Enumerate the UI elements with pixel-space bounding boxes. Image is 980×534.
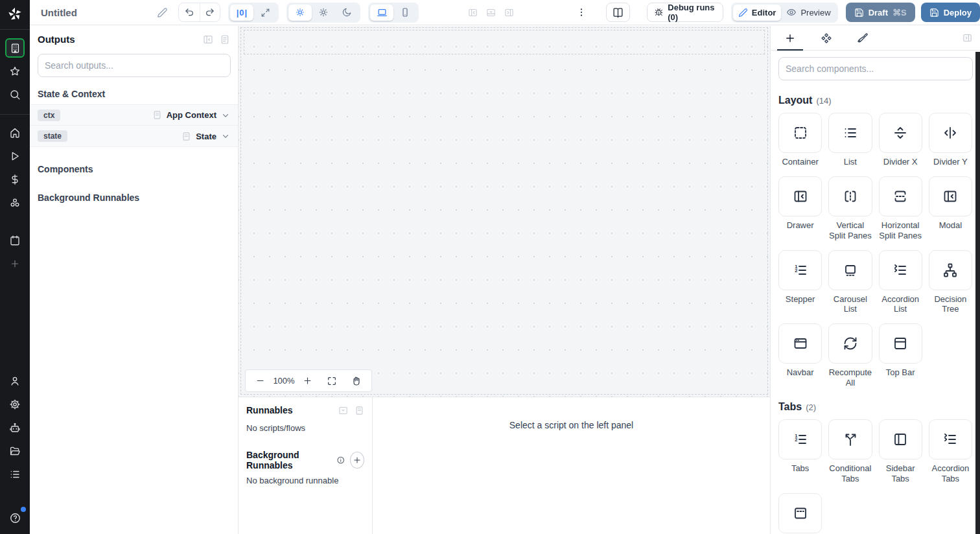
file-text-icon (152, 110, 162, 120)
sidebar-item-add[interactable] (5, 254, 25, 273)
outputs-doc-button[interactable] (220, 34, 230, 45)
component-card-modal[interactable]: Modal (929, 176, 972, 241)
top-bar-icon (892, 336, 908, 351)
sidebar-item-workers[interactable] (5, 418, 25, 437)
mobile-view-button[interactable] (393, 5, 417, 21)
search-components-input[interactable] (778, 57, 973, 80)
laptop-icon (377, 7, 388, 18)
debug-runs-button[interactable]: Debug runs (0) (647, 3, 723, 22)
component-card-list[interactable]: List (828, 113, 872, 167)
ctx-row[interactable]: ctx App Context (30, 104, 238, 126)
component-card-drawer[interactable]: Drawer (778, 176, 822, 241)
tabs-section-header: Tabs(2) (771, 397, 980, 417)
collapse-components-panel-button[interactable] (962, 26, 980, 50)
desktop-view-button[interactable] (370, 5, 393, 21)
sidebar-item-settings[interactable] (5, 395, 25, 414)
sidebar-item-search[interactable] (5, 85, 25, 104)
component-card-vertical-split-panes[interactable]: Vertical Split Panes (828, 176, 872, 241)
sidebar-item-runs[interactable] (5, 146, 25, 166)
sidebar-item-resources[interactable] (5, 193, 25, 213)
draft-button[interactable]: Draft ⌘S (846, 3, 915, 22)
app-canvas[interactable]: 100% (239, 26, 770, 397)
save-icon (929, 8, 939, 17)
file-text-icon (220, 34, 230, 45)
theme-light-button[interactable] (312, 5, 335, 21)
component-card-divider-x[interactable]: Divider X (879, 113, 922, 167)
sidebar-item-users[interactable] (5, 371, 25, 391)
navbar-icon (793, 336, 808, 351)
sidebar-item-schedules[interactable] (5, 231, 25, 250)
collapse-panel-button[interactable] (203, 34, 213, 45)
home-icon (9, 127, 21, 139)
collapse-runnables-button[interactable] (338, 406, 348, 415)
components-header: Components (30, 159, 238, 180)
redo-button[interactable] (200, 3, 220, 21)
rename-app-button[interactable] (154, 5, 170, 21)
device-group (368, 3, 419, 23)
docs-button[interactable] (606, 3, 630, 22)
chevron-down-icon[interactable] (221, 132, 230, 141)
deploy-button[interactable]: Deploy (921, 3, 980, 22)
sidebar-item-favorites[interactable] (5, 62, 25, 81)
sidebar-item-folders[interactable] (5, 441, 25, 461)
zoom-in-button[interactable] (301, 374, 314, 388)
panel-bottom-toggle-icon[interactable] (486, 8, 496, 17)
fit-view-button[interactable] (253, 5, 277, 21)
component-card-invisible-tabs[interactable] (778, 493, 822, 534)
component-card-container[interactable]: Container (778, 113, 822, 167)
component-icon (821, 32, 832, 44)
moon-icon (342, 7, 352, 17)
fit-canvas-button[interactable] (325, 374, 339, 388)
panel-left-toggle-icon[interactable] (468, 8, 478, 17)
sidebar-item-home[interactable] (5, 123, 25, 143)
canvas-drop-zone[interactable] (244, 30, 765, 54)
play-icon (9, 150, 21, 162)
sidebar-item-variables[interactable] (5, 170, 25, 189)
more-menu-button[interactable] (574, 5, 589, 20)
star-icon (9, 65, 21, 77)
component-card-tabs[interactable]: 1 2 Tabs (778, 419, 822, 484)
state-row[interactable]: state State (30, 126, 238, 147)
theme-group (286, 3, 360, 23)
container-icon (793, 125, 808, 141)
fullscreen-icon (327, 376, 337, 386)
component-card-sidebar-tabs[interactable]: Sidebar Tabs (879, 419, 922, 484)
undo-button[interactable] (179, 3, 200, 21)
pan-tool-button[interactable] (349, 374, 364, 388)
windmill-logo-icon[interactable] (6, 6, 23, 23)
redo-icon (205, 7, 215, 17)
tab-component-styling[interactable] (845, 26, 881, 50)
runnables-doc-button[interactable] (355, 406, 364, 415)
component-card-divider-y[interactable]: Divider Y (929, 113, 972, 167)
help-button[interactable] (5, 508, 25, 528)
component-card-accordion-list[interactable]: Accordion List (879, 250, 922, 315)
add-background-runnable-button[interactable] (350, 452, 364, 469)
editor-mode-button[interactable]: Editor (733, 5, 782, 21)
panel-toggle-group (468, 8, 514, 17)
sidebar-item-workspace-apps[interactable] (5, 38, 25, 58)
component-card-navbar[interactable]: Navbar (778, 323, 822, 388)
tab-insert-component[interactable] (772, 26, 808, 50)
invisible-tabs-icon (793, 505, 808, 521)
component-card-accordion-tabs[interactable]: Accordion Tabs (929, 419, 972, 484)
component-card-conditional-tabs[interactable]: Conditional Tabs (828, 419, 872, 484)
chevron-down-icon[interactable] (221, 111, 230, 120)
component-card-decision-tree[interactable]: Decision Tree (929, 250, 972, 315)
zoom-reset-button[interactable]: |0| (230, 5, 253, 21)
component-card-recompute-all[interactable]: Recompute All (828, 323, 872, 388)
search-outputs-input[interactable] (38, 54, 231, 77)
component-card-top-bar[interactable]: Top Bar (879, 323, 922, 388)
zoom-out-button[interactable] (253, 374, 267, 388)
app-title[interactable]: Untitled (30, 7, 154, 18)
theme-dark-button[interactable] (335, 5, 358, 21)
preview-mode-button[interactable]: Preview (781, 5, 835, 21)
component-card-horizontal-split-panes[interactable]: Horizontal Split Panes (879, 176, 922, 241)
sidebar-item-logs[interactable] (5, 465, 25, 484)
tab-component-settings[interactable] (808, 26, 845, 50)
panel-right-toggle-icon[interactable] (504, 8, 514, 17)
components-panel: Layout(14) Container List Divider X Divi… (770, 26, 980, 534)
component-card-carousel-list[interactable]: Carousel List (828, 250, 872, 315)
theme-auto-button[interactable] (288, 5, 312, 21)
scrollbar[interactable] (975, 52, 980, 534)
component-card-stepper[interactable]: 1 2 Stepper (778, 250, 822, 315)
